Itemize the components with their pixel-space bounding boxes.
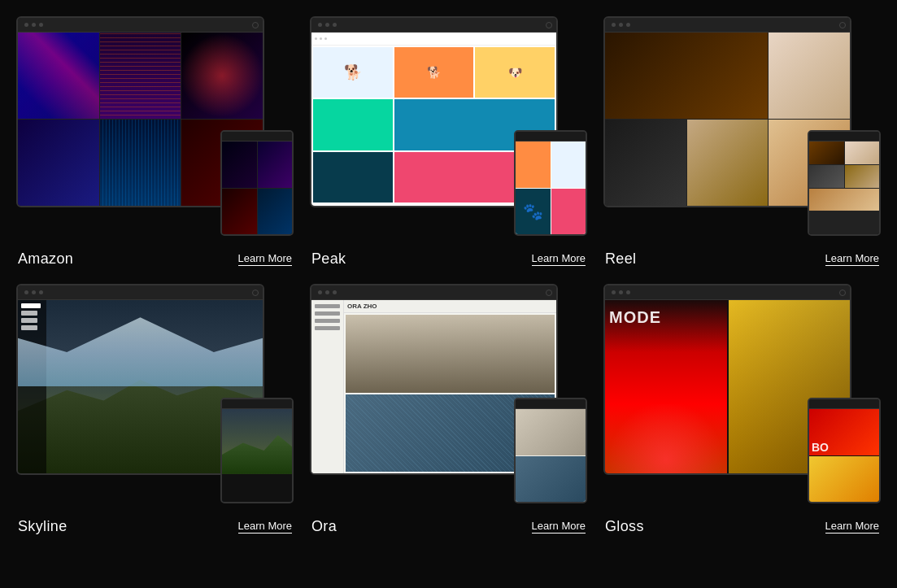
skyline-learn-more[interactable]: Learn More [238, 520, 292, 534]
peak-tablet-mockup [514, 130, 587, 236]
dot1 [318, 290, 322, 294]
amazon-tablet-topbar [222, 132, 292, 142]
skyline-tab-top [222, 409, 292, 474]
card-reel: Reel Learn More [603, 16, 881, 268]
pnd2 [320, 37, 322, 40]
reel-tablet-screen [809, 142, 879, 234]
gloss-tab-content [809, 409, 879, 502]
skyline-desktop-topbar [18, 285, 263, 300]
dot2 [32, 23, 36, 27]
amazon-tablet-screen [222, 142, 292, 234]
reel-tablet-mockup [808, 130, 881, 236]
dot2 [325, 23, 329, 27]
gt2 [809, 456, 879, 503]
peak-learn-more[interactable]: Learn More [532, 252, 586, 266]
ora-tab-top [516, 409, 586, 455]
gloss-mockup-wrapper [603, 284, 881, 503]
amazon-footer: Amazon Learn More [16, 250, 294, 268]
reel-img1 [605, 33, 768, 119]
on1 [315, 304, 340, 308]
topbar-right [252, 22, 263, 28]
reel-img3 [605, 120, 686, 206]
ora-title: Ora [311, 518, 337, 535]
pin-icon [546, 290, 552, 296]
ss2 [21, 311, 37, 316]
pt2 [551, 142, 586, 188]
ora-tab-bottom [516, 456, 586, 503]
amazon-img4 [18, 120, 99, 206]
card-peak: Peak Learn More [310, 16, 587, 268]
topbar-right [839, 290, 850, 296]
gloss-tablet-mockup [808, 398, 881, 503]
t1 [222, 142, 257, 188]
gloss-title: Gloss [605, 518, 644, 535]
ss1 [21, 303, 41, 308]
peak-tab-content [516, 142, 586, 234]
dot2 [32, 290, 36, 294]
pin-icon [839, 290, 846, 296]
amazon-img2 [100, 33, 181, 119]
amazon-img5 [100, 120, 181, 206]
skyline-footer: Skyline Learn More [16, 518, 294, 535]
gloss-tablet-screen [809, 409, 879, 502]
topbar-right [546, 290, 556, 296]
peak-nav [311, 33, 556, 46]
card-ora: ORA ZHO [310, 284, 587, 535]
ora-tablet-screen [516, 409, 586, 502]
pin-icon [252, 290, 259, 296]
reel-mockup-wrapper [603, 16, 881, 236]
dot2 [325, 290, 329, 294]
skyline-mockup-wrapper [16, 284, 294, 503]
ora-img1 [346, 315, 555, 393]
dot3 [626, 23, 630, 27]
on4 [315, 326, 340, 330]
skyline-title: Skyline [18, 518, 67, 535]
skyline-tablet-mockup [220, 398, 294, 503]
skyline-tab-content [222, 409, 292, 502]
topbar-right [252, 290, 263, 296]
dot1 [24, 290, 28, 294]
ora-learn-more[interactable]: Learn More [532, 520, 586, 534]
peak-mockup-wrapper [310, 16, 587, 236]
gloss-footer: Gloss Learn More [603, 518, 881, 535]
gt1 [809, 409, 879, 455]
dot3 [39, 23, 43, 27]
amazon-learn-more[interactable]: Learn More [238, 252, 292, 266]
amazon-img1 [18, 33, 99, 119]
dot2 [619, 290, 623, 294]
reel-title: Reel [605, 250, 636, 268]
card-amazon: Amazon Learn More [16, 16, 294, 268]
peak-title: Peak [311, 250, 346, 268]
reel-learn-more[interactable]: Learn More [825, 252, 879, 266]
ora-header: ORA ZHO [344, 300, 556, 313]
gloss-desktop-topbar [605, 285, 850, 300]
skyline-tab-bottom [222, 474, 292, 502]
reel-footer: Reel Learn More [603, 250, 881, 268]
reel-tablet-topbar [809, 132, 879, 142]
pin-icon [546, 22, 552, 28]
skyline-tablet-topbar [222, 399, 292, 409]
on2 [315, 311, 340, 316]
peak-cell1 [313, 47, 393, 98]
ora-desktop-topbar [311, 285, 556, 300]
on3 [315, 319, 340, 323]
ora-left-nav [311, 300, 344, 473]
pin-icon [839, 22, 846, 28]
peak-cell2 [394, 47, 474, 98]
gloss-learn-more[interactable]: Learn More [825, 520, 879, 534]
dot1 [612, 290, 616, 294]
peak-cell4 [313, 99, 393, 150]
ora-tablet-mockup [514, 398, 587, 503]
ora-mockup-wrapper: ORA ZHO [310, 284, 587, 503]
topbar-right [839, 22, 850, 28]
pt4 [551, 189, 586, 235]
amazon-title: Amazon [18, 250, 73, 268]
t3 [222, 189, 257, 235]
topbar-right [546, 22, 556, 28]
gloss-left-panel [605, 300, 727, 473]
dot1 [612, 23, 616, 27]
amazon-tablet-mockup [220, 130, 294, 236]
dot3 [333, 290, 337, 294]
skyline-tablet-screen [222, 409, 292, 502]
t4 [258, 189, 293, 235]
